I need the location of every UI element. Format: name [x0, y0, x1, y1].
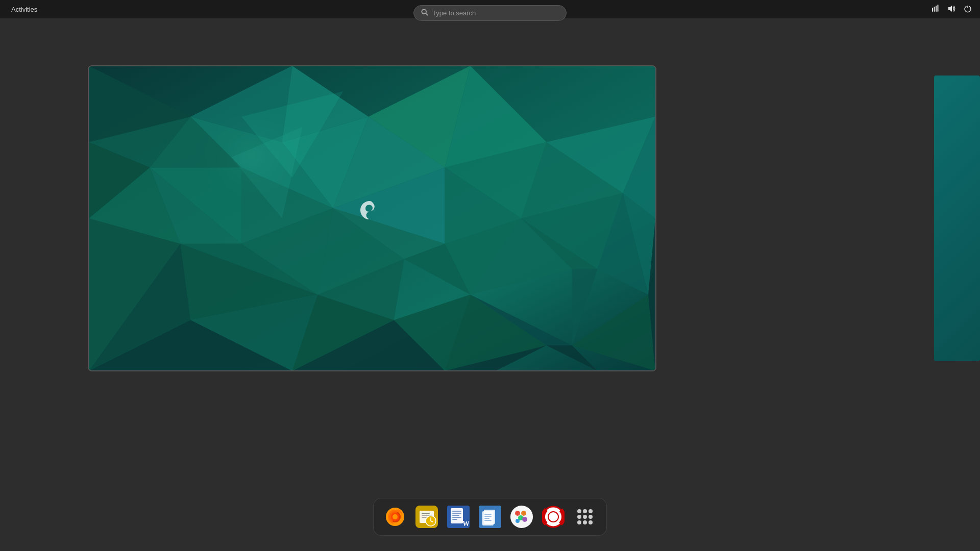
svg-point-99 — [577, 515, 581, 519]
svg-rect-1 — [934, 7, 935, 12]
power-icon[interactable] — [962, 4, 974, 15]
svg-rect-85 — [484, 520, 492, 521]
firefox-icon — [384, 506, 406, 528]
svg-point-98 — [589, 509, 593, 513]
svg-text:W: W — [462, 520, 470, 528]
svg-line-5 — [426, 13, 428, 15]
network-icon[interactable] — [929, 4, 941, 15]
dock-item-firefox[interactable] — [382, 504, 408, 530]
dock: W — [373, 498, 607, 536]
svg-rect-75 — [452, 515, 459, 516]
svg-point-91 — [522, 517, 527, 522]
svg-rect-0 — [932, 8, 933, 12]
svg-rect-3 — [938, 5, 939, 12]
volume-icon[interactable] — [945, 4, 958, 15]
topbar-right — [929, 4, 974, 15]
searchbar-container — [413, 5, 567, 21]
svg-rect-73 — [452, 511, 461, 512]
svg-point-62 — [393, 514, 398, 519]
show-apps-icon — [574, 506, 596, 528]
svg-rect-74 — [452, 513, 461, 514]
workspace-thumbnail-1[interactable] — [88, 65, 656, 371]
svg-rect-65 — [422, 513, 430, 514]
desktop-area — [0, 18, 980, 551]
svg-point-101 — [589, 515, 593, 519]
writer-icon: W — [447, 506, 470, 528]
dock-item-software[interactable] — [508, 504, 535, 530]
svg-point-4 — [422, 9, 426, 14]
help-icon — [542, 506, 565, 528]
dock-item-writer[interactable]: W — [445, 504, 472, 530]
dock-item-recent-files[interactable] — [413, 504, 440, 530]
dock-item-text-editor[interactable] — [477, 504, 503, 530]
dock-item-show-apps[interactable] — [572, 504, 598, 530]
svg-rect-77 — [452, 519, 457, 520]
svg-rect-83 — [484, 516, 492, 517]
svg-point-100 — [583, 515, 587, 519]
svg-point-102 — [577, 520, 581, 524]
workspace-thumbnail-2[interactable] — [934, 76, 980, 361]
svg-rect-2 — [936, 6, 937, 12]
software-icon — [510, 506, 533, 528]
recent-files-icon — [415, 506, 438, 528]
activities-button[interactable]: Activities — [6, 4, 42, 15]
svg-rect-82 — [484, 514, 492, 515]
text-editor-icon — [479, 506, 501, 528]
svg-point-90 — [516, 519, 520, 523]
search-input[interactable] — [432, 9, 559, 17]
svg-point-96 — [577, 509, 581, 513]
dock-item-help[interactable] — [540, 504, 567, 530]
wallpaper — [89, 66, 655, 370]
svg-point-88 — [521, 511, 526, 516]
svg-point-103 — [583, 520, 587, 524]
svg-rect-84 — [484, 518, 489, 519]
svg-point-87 — [515, 511, 520, 516]
search-wrapper — [413, 5, 567, 21]
svg-point-97 — [583, 509, 587, 513]
svg-rect-76 — [452, 517, 461, 518]
search-icon — [421, 9, 428, 17]
svg-point-104 — [589, 520, 593, 524]
